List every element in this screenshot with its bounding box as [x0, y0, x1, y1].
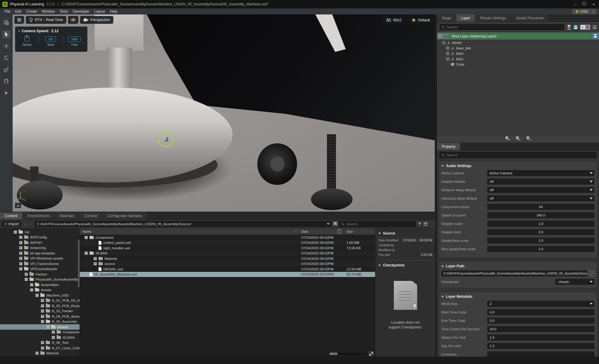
- info-source-header[interactable]: Source: [378, 230, 432, 238]
- checkpoints-header[interactable]: Checkpoints: [378, 262, 432, 269]
- panel-tab[interactable]: Stage: [437, 14, 456, 22]
- expander-icon[interactable]: +: [19, 236, 22, 239]
- folder-tree-row[interactable]: − Git: [0, 229, 80, 235]
- live-caret-button[interactable]: ⌄: [591, 9, 596, 14]
- menu-item[interactable]: Layout: [92, 9, 107, 14]
- layer-tree-row[interactable]: Cube: [437, 62, 599, 67]
- visibility-button[interactable]: [68, 16, 78, 24]
- expander-icon[interactable]: +: [94, 257, 97, 260]
- file-row[interactable]: + source 07/24/2025 08:02PM: [80, 261, 375, 267]
- folder-tree-row[interactable]: + N_06_Test: [0, 340, 80, 346]
- open-external-icon[interactable]: ↗: [589, 271, 594, 276]
- folder-tree-row[interactable]: − Source: [0, 324, 80, 330]
- expander-icon[interactable]: −: [85, 252, 88, 255]
- layer-options-icon[interactable]: [593, 26, 597, 29]
- property-value[interactable]: off: [487, 195, 594, 201]
- content-tab[interactable]: Configurator Samples: [102, 212, 147, 219]
- file-row[interactable]: DRS40L.usd 07/24/2025 08:02PM 13.56 MB: [80, 266, 375, 272]
- layer-filter-button[interactable]: AA: [567, 25, 571, 30]
- expander-icon[interactable]: −: [30, 283, 33, 286]
- folder-tree-row[interactable]: + VFI Workshop assets: [0, 256, 80, 261]
- viewport-3d[interactable]: m RTX - Real-Time Perspective ››: [13, 14, 435, 212]
- folder-tree-row[interactable]: + N_01_PCB_On_Boa: [0, 298, 80, 303]
- property-value[interactable]: 24.0: [487, 326, 594, 332]
- forward-button[interactable]: ›: [29, 221, 33, 226]
- folder-tree-row[interactable]: + N_02_PCB_Router: [0, 303, 80, 309]
- close-button[interactable]: ×: [592, 2, 595, 7]
- expander-icon[interactable]: −: [25, 278, 28, 281]
- file-row[interactable]: 05_Assembly_Machine.usd 07/24/2025 08:02…: [80, 272, 375, 277]
- bookmark-icon[interactable]: [334, 222, 337, 226]
- minimize-button[interactable]: –: [574, 2, 576, 7]
- file-row[interactable]: right_handler.usd 07/24/2025 08:02PM 72.…: [80, 245, 375, 251]
- layer-tree-row[interactable]: + base_link: [437, 45, 599, 51]
- folder-tree-row[interactable]: − VFICourseAssets: [0, 266, 80, 272]
- menu-item[interactable]: Help: [108, 9, 120, 14]
- property-value[interactable]: [487, 351, 594, 357]
- content-tab[interactable]: Content: [0, 212, 23, 219]
- expander-icon[interactable]: +: [19, 241, 22, 244]
- property-value[interactable]: off: [487, 179, 594, 185]
- snap-tool-icon[interactable]: [2, 77, 10, 85]
- column-size[interactable]: Size: [347, 230, 375, 233]
- expander-icon[interactable]: +: [41, 304, 44, 307]
- menu-item[interactable]: Edit: [13, 9, 24, 14]
- root-layer-row[interactable]: − Root Layer (Authoring Layer): [437, 33, 599, 39]
- property-search-input[interactable]: Search: [439, 152, 597, 158]
- property-value[interactable]: Z: [487, 301, 594, 307]
- local-global-toggle[interactable]: L G: [580, 25, 590, 30]
- expander-icon[interactable]: +: [41, 310, 44, 313]
- expander-icon[interactable]: +: [19, 257, 22, 260]
- save-root-layer-icon[interactable]: [593, 34, 597, 38]
- expander-icon[interactable]: +: [446, 52, 449, 55]
- expander-icon[interactable]: −: [442, 41, 445, 44]
- folder-tree-row[interactable]: + Material: [0, 351, 80, 356]
- maximize-button[interactable]: [583, 2, 586, 5]
- expander-icon[interactable]: +: [19, 252, 22, 255]
- layer-search-input[interactable]: Search: [439, 24, 564, 30]
- panel-tab[interactable]: Layer: [456, 14, 475, 22]
- expander-icon[interactable]: +: [41, 299, 44, 302]
- property-value[interactable]: 1.0: [487, 238, 594, 244]
- expander-icon[interactable]: +: [94, 262, 97, 265]
- folder-tree-row[interactable]: + SCARA: [0, 335, 80, 340]
- path-input[interactable]: C:/Git/VFICourseAssets/PhysicalAI_SceneA…: [35, 221, 331, 227]
- folder-tree-row[interactable]: + kit-app-template: [0, 250, 80, 256]
- property-value[interactable]: off: [487, 187, 594, 193]
- camera-selector[interactable]: Perspective: [80, 16, 113, 24]
- expander-icon[interactable]: +: [19, 246, 22, 249]
- folder-tree-row[interactable]: + N_03_Feeder: [0, 309, 80, 314]
- rotate-tool-icon[interactable]: [2, 54, 10, 62]
- panel-tab[interactable]: Variant Presenter: [511, 14, 549, 22]
- expander-icon[interactable]: −: [41, 320, 44, 323]
- property-value[interactable]: 1.0: [487, 343, 594, 349]
- selected-cube-object[interactable]: [164, 137, 168, 142]
- folder-tree-row[interactable]: + Componen: [0, 330, 80, 335]
- folder-tree-row[interactable]: − Assemblies: [0, 282, 80, 288]
- file-row[interactable]: − Component 07/24/2025 08:02PM: [80, 235, 375, 240]
- viewport-settings-button[interactable]: [14, 16, 24, 24]
- back-button[interactable]: ‹: [24, 221, 27, 226]
- expander-icon[interactable]: +: [41, 341, 44, 344]
- view-options-icon[interactable]: [424, 222, 428, 226]
- expander-icon[interactable]: −: [19, 267, 22, 270]
- folder-tree-row[interactable]: − Assets: [0, 288, 80, 293]
- thumbnail-size-slider[interactable]: [328, 353, 367, 355]
- move-tool-icon[interactable]: [2, 42, 10, 50]
- select-mode-icon[interactable]: [2, 19, 10, 26]
- property-value[interactable]: 1.0: [487, 221, 594, 227]
- expander-icon[interactable]: +: [41, 315, 44, 318]
- audio-settings-header[interactable]: Audio Settings: [441, 163, 594, 170]
- content-search-input[interactable]: Search: [339, 221, 416, 227]
- property-value[interactable]: 1.0: [487, 334, 594, 341]
- slider-thumb[interactable]: [329, 353, 338, 355]
- content-tab[interactable]: Environments: [23, 212, 55, 219]
- sort-ascending-icon[interactable]: ⌃: [295, 230, 297, 233]
- tree-scrollbar[interactable]: [78, 239, 80, 288]
- content-tab[interactable]: Console: [79, 212, 102, 219]
- content-tab[interactable]: Materials: [55, 212, 79, 219]
- expander-icon[interactable]: +: [446, 58, 449, 61]
- menu-item[interactable]: Create: [24, 9, 39, 14]
- cursor-tool-icon[interactable]: [2, 30, 10, 38]
- remove-layer-icon[interactable]: [526, 136, 532, 141]
